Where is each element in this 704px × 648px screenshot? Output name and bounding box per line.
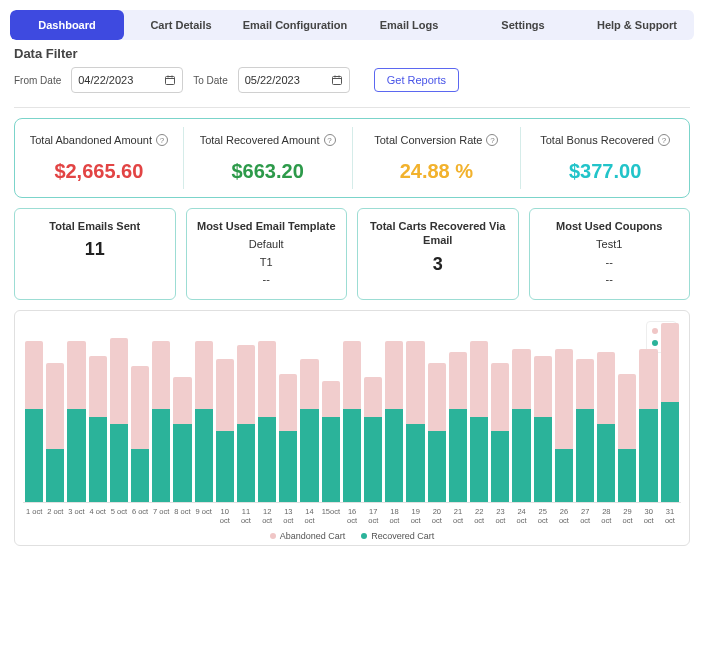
x-label: 10 oct [216, 507, 234, 525]
chart-bar [618, 323, 636, 502]
info-card-title: Total Carts Recovered Via Email [364, 219, 512, 248]
info-card-line: -- [536, 255, 684, 270]
tab-email-configuration[interactable]: Email Configuration [238, 10, 352, 40]
chart-bar [428, 323, 446, 502]
get-reports-button[interactable]: Get Reports [374, 68, 459, 92]
chart-bar [258, 323, 276, 502]
chart-bottom-legend: Abandoned Cart Recovered Cart [23, 531, 681, 541]
info-card-line: -- [536, 272, 684, 287]
dot-icon [270, 533, 276, 539]
x-label: 5 oct [110, 507, 128, 525]
chart-bar [555, 323, 573, 502]
tab-email-logs[interactable]: Email Logs [352, 10, 466, 40]
x-label: 27 oct [576, 507, 594, 525]
chart-bar [470, 323, 488, 502]
chart-bar [67, 323, 85, 502]
help-icon[interactable]: ? [486, 134, 498, 146]
tab-dashboard[interactable]: Dashboard [10, 10, 124, 40]
chart-bar [364, 323, 382, 502]
info-card-value: 11 [21, 239, 169, 260]
help-icon[interactable]: ? [658, 134, 670, 146]
main-tabs: DashboardCart DetailsEmail Configuration… [10, 10, 694, 40]
x-label: 16 oct [343, 507, 361, 525]
filter-row: From Date 04/22/2023 To Date 05/22/2023 … [14, 67, 690, 108]
tab-settings[interactable]: Settings [466, 10, 580, 40]
stat-card: Total Recovered Amount ?$663.20 [184, 127, 353, 189]
info-card: Total Carts Recovered Via Email3 [357, 208, 519, 300]
chart-bar [343, 323, 361, 502]
chart-bar [576, 323, 594, 502]
chart-bar [406, 323, 424, 502]
chart-x-labels: 1 oct2 oct3 oct4 oct5 oct6 oct7 oct8 oct… [23, 507, 681, 525]
chart-bar [152, 323, 170, 502]
info-card-line: T1 [193, 255, 341, 270]
x-label: 1 oct [25, 507, 43, 525]
chart-bar [216, 323, 234, 502]
info-card-title: Total Emails Sent [21, 219, 169, 233]
x-label: 6 oct [131, 507, 149, 525]
x-label: 7 oct [152, 507, 170, 525]
calendar-icon [164, 74, 176, 86]
x-label: 23 oct [491, 507, 509, 525]
x-label: 21 oct [449, 507, 467, 525]
x-label: 31 oct [661, 507, 679, 525]
dot-icon [652, 340, 658, 346]
dot-icon [361, 533, 367, 539]
to-date-value: 05/22/2023 [245, 74, 300, 86]
chart-bar [237, 323, 255, 502]
x-label: 20 oct [428, 507, 446, 525]
x-label: 9 oct [195, 507, 213, 525]
x-label: 22 oct [470, 507, 488, 525]
x-label: 28 oct [597, 507, 615, 525]
info-card-line: Default [193, 237, 341, 252]
tab-help-support[interactable]: Help & Support [580, 10, 694, 40]
stat-title: Total Abandoned Amount ? [30, 134, 168, 146]
chart-bar [491, 323, 509, 502]
stat-value: $377.00 [529, 160, 681, 183]
chart-bar [195, 323, 213, 502]
x-label: 11 oct [237, 507, 255, 525]
info-card-title: Most Used Email Template [193, 219, 341, 233]
dot-icon [652, 328, 658, 334]
stat-value: 24.88 % [361, 160, 513, 183]
x-label: 17 oct [364, 507, 382, 525]
chart-bar [173, 323, 191, 502]
stat-title: Total Recovered Amount ? [200, 134, 336, 146]
x-label: 29 oct [618, 507, 636, 525]
chart-bar [512, 323, 530, 502]
chart-bar [25, 323, 43, 502]
stat-value: $663.20 [192, 160, 344, 183]
stat-card: Total Conversion Rate ?24.88 % [353, 127, 522, 189]
x-label: 24 oct [512, 507, 530, 525]
chart-bar [639, 323, 657, 502]
from-date-label: From Date [14, 75, 61, 86]
x-label: 14 oct [300, 507, 318, 525]
stats-row: Total Abandoned Amount ?$2,665.60Total R… [14, 118, 690, 198]
x-label: 2 oct [46, 507, 64, 525]
help-icon[interactable]: ? [156, 134, 168, 146]
chart-bar [279, 323, 297, 502]
chart-bar [661, 323, 679, 502]
info-card-line: -- [193, 272, 341, 287]
x-label: 4 oct [89, 507, 107, 525]
stat-title: Total Bonus Recovered ? [540, 134, 670, 146]
svg-rect-0 [166, 77, 175, 85]
from-date-input[interactable]: 04/22/2023 [71, 67, 183, 93]
info-row: Total Emails Sent11Most Used Email Templ… [14, 208, 690, 300]
info-card: Total Emails Sent11 [14, 208, 176, 300]
x-label: 8 oct [173, 507, 191, 525]
filter-title: Data Filter [14, 46, 690, 61]
stat-card: Total Bonus Recovered ?$377.00 [521, 127, 689, 189]
x-label: 12 oct [258, 507, 276, 525]
tab-cart-details[interactable]: Cart Details [124, 10, 238, 40]
help-icon[interactable]: ? [324, 134, 336, 146]
chart-bar [110, 323, 128, 502]
info-card-value: 3 [364, 254, 512, 275]
chart-bar [89, 323, 107, 502]
info-card: Most Used CouponsTest1---- [529, 208, 691, 300]
from-date-value: 04/22/2023 [78, 74, 133, 86]
chart-bar [300, 323, 318, 502]
to-date-input[interactable]: 05/22/2023 [238, 67, 350, 93]
x-label: 3 oct [67, 507, 85, 525]
x-label: 26 oct [555, 507, 573, 525]
